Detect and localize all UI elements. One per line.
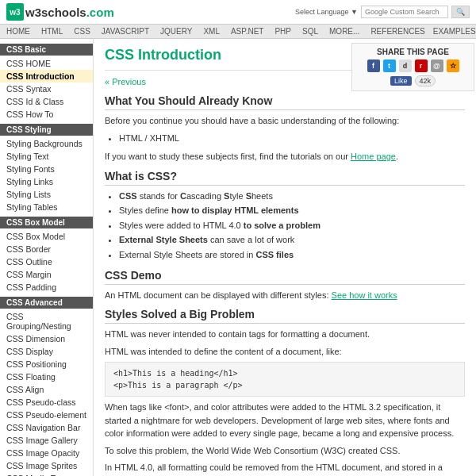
sidebar-item-css-align[interactable]: CSS Align xyxy=(0,383,93,396)
sidebar-item-css-pseudo-element[interactable]: CSS Pseudo-element xyxy=(0,409,93,421)
css-demo-text: An HTML document can be displayed with d… xyxy=(105,289,465,302)
already-know-list: HTML / XHTML xyxy=(119,132,465,146)
nav-sql[interactable]: SQL xyxy=(302,27,318,36)
what-is-css-list: CSS stands for Cascading Style Sheets St… xyxy=(119,190,465,263)
sidebar-item-css-id-class[interactable]: CSS Id & Class xyxy=(0,95,93,108)
top-nav: HOME HTML CSS JAVASCRIPT JQUERY XML ASP.… xyxy=(0,25,476,39)
sidebar-item-styling-links[interactable]: Styling Links xyxy=(0,175,93,188)
email-share-icon[interactable]: @ xyxy=(431,60,443,72)
sidebar-section-box-model: CSS Box Model xyxy=(0,217,93,228)
list-item-css-files: External Style Sheets are stored in CSS … xyxy=(119,248,465,263)
list-item-styles-added: Styles were added to HTML 4.0 to solve a… xyxy=(119,219,465,233)
section-title-styles-solved: Styles Solved a Big Problem xyxy=(105,308,465,324)
sidebar-section-styling: CSS Styling xyxy=(0,124,93,136)
logo-domain: .com xyxy=(86,6,114,19)
sidebar-item-css-image-sprites[interactable]: CSS Image Sprites xyxy=(0,459,93,472)
digg-share-icon[interactable]: d xyxy=(399,60,412,72)
sidebar-item-css-home[interactable]: CSS HOME xyxy=(0,57,93,70)
like-count: 42k xyxy=(415,75,436,86)
already-know-note: If you want to study these subjects firs… xyxy=(105,150,465,163)
sidebar-item-styling-lists[interactable]: Styling Lists xyxy=(0,188,93,201)
sidebar-item-grouping-nesting[interactable]: CSS Grouping/Nesting xyxy=(0,310,93,332)
nav-more[interactable]: MORE... xyxy=(329,27,359,36)
sidebar-item-css-introduction[interactable]: CSS Introduction xyxy=(0,70,93,83)
sidebar-item-css-floating[interactable]: CSS Floating xyxy=(0,370,93,383)
facebook-like-button[interactable]: Like xyxy=(390,76,412,86)
nav-home[interactable]: HOME xyxy=(6,27,30,36)
like-bar: Like 42k xyxy=(356,75,470,86)
see-how-it-works-link[interactable]: See how it works xyxy=(332,290,397,300)
nav-css[interactable]: CSS xyxy=(74,27,90,36)
sidebar-item-css-border[interactable]: CSS Border xyxy=(0,243,93,255)
share-title: SHARE THIS PAGE xyxy=(356,48,470,56)
sidebar-item-styling-fonts[interactable]: Styling Fonts xyxy=(0,163,93,175)
sidebar-item-css-media-types[interactable]: CSS Media Types xyxy=(0,472,93,476)
sidebar-item-box-model[interactable]: CSS Box Model xyxy=(0,230,93,243)
sidebar-item-css-pseudo-class[interactable]: CSS Pseudo-class xyxy=(0,396,93,409)
nav-html[interactable]: HTML xyxy=(41,27,63,36)
sidebar-item-css-padding[interactable]: CSS Padding xyxy=(0,281,93,294)
code-block: <h1>This is a heading</h1> <p>This is a … xyxy=(105,362,465,397)
already-know-intro: Before you continue you should have a ba… xyxy=(105,114,465,128)
layout: CSS Basic CSS HOME CSS Introduction CSS … xyxy=(0,39,476,476)
facebook-share-icon[interactable]: f xyxy=(367,60,380,72)
sidebar-item-css-margin[interactable]: CSS Margin xyxy=(0,268,93,281)
nav-php[interactable]: PHP xyxy=(274,27,291,36)
section-title-what-is-css: What is CSS? xyxy=(105,170,465,186)
sidebar-item-css-outline[interactable]: CSS Outline xyxy=(0,255,93,268)
list-item-external-sheets: External Style Sheets can save a lot of … xyxy=(119,233,465,248)
refbar-examples[interactable]: EXAMPLES xyxy=(433,27,476,36)
sidebar: CSS Basic CSS HOME CSS Introduction CSS … xyxy=(0,39,94,476)
prev-link[interactable]: « Previous xyxy=(105,77,146,86)
styles-solved-p1: HTML was never intended to contain tags … xyxy=(105,328,465,341)
styles-solved-p3: When tags like <font>, and color attribu… xyxy=(105,401,465,440)
refbar-references[interactable]: REFERENCES xyxy=(370,27,424,36)
sidebar-item-css-navigation-bar[interactable]: CSS Navigation Bar xyxy=(0,421,93,434)
sidebar-item-css-display[interactable]: CSS Display xyxy=(0,345,93,358)
code-line-2: <p>This is a paragraph </p> xyxy=(113,379,456,391)
twitter-share-icon[interactable]: t xyxy=(383,60,396,72)
list-item-html: HTML / XHTML xyxy=(119,132,465,146)
sidebar-item-css-dimension[interactable]: CSS Dimension xyxy=(0,332,93,345)
sidebar-item-css-how-to[interactable]: CSS How To xyxy=(0,108,93,121)
list-item-stands-for: CSS stands for Cascading Style Sheets xyxy=(119,190,465,204)
sidebar-item-css-syntax[interactable]: CSS Syntax xyxy=(0,83,93,95)
bookmark-share-icon[interactable]: ☆ xyxy=(447,60,459,72)
sidebar-section-basic: CSS Basic xyxy=(0,44,93,56)
sidebar-item-styling-backgrounds[interactable]: Styling Backgrounds xyxy=(0,137,93,150)
sidebar-item-styling-tables[interactable]: Styling Tables xyxy=(0,201,93,213)
sidebar-item-styling-text[interactable]: Styling Text xyxy=(0,150,93,163)
sidebar-section-advanced: CSS Advanced xyxy=(0,297,93,309)
styles-solved-p2: HTML was intended to define the content … xyxy=(105,345,465,359)
styles-solved-p4: To solve this problem, the World Wide We… xyxy=(105,444,465,458)
sidebar-item-css-positioning[interactable]: CSS Positioning xyxy=(0,358,93,370)
share-box: SHARE THIS PAGE f t d r @ ☆ Like 42k xyxy=(351,43,474,91)
nav-jquery[interactable]: JQUERY xyxy=(160,27,192,36)
section-title-css-demo: CSS Demo xyxy=(105,269,465,285)
search-area: Select Language ▼ 🔍 xyxy=(295,6,470,18)
share-icons: f t d r @ ☆ xyxy=(356,60,470,72)
main-content: CSS Introduction « Previous Next Chapter… xyxy=(94,39,476,476)
logo-text: w3schools xyxy=(25,6,86,19)
code-line-1: <h1>This is a heading</h1> xyxy=(113,367,456,379)
reddit-share-icon[interactable]: r xyxy=(415,60,428,72)
header: w3 w3schools.com Select Language ▼ 🔍 xyxy=(0,0,476,25)
styles-solved-p5: In HTML 4.0, all formatting could be rem… xyxy=(105,461,465,476)
home-page-link[interactable]: Home page xyxy=(351,152,396,161)
logo[interactable]: w3 w3schools.com xyxy=(6,3,114,21)
section-title-already-know: What You Should Already Know xyxy=(105,94,465,110)
search-button[interactable]: 🔍 xyxy=(451,6,470,18)
nav-xml[interactable]: XML xyxy=(203,27,220,36)
sidebar-item-css-image-opacity[interactable]: CSS Image Opacity xyxy=(0,447,93,459)
sidebar-item-css-image-gallery[interactable]: CSS Image Gallery xyxy=(0,434,93,447)
search-input[interactable] xyxy=(361,6,448,18)
nav-javascript[interactable]: JAVASCRIPT xyxy=(102,27,149,36)
nav-aspnet[interactable]: ASP.NET xyxy=(231,27,264,36)
svg-text:w3: w3 xyxy=(9,8,21,17)
list-item-styles-define: Styles define how to display HTML elemen… xyxy=(119,204,465,218)
